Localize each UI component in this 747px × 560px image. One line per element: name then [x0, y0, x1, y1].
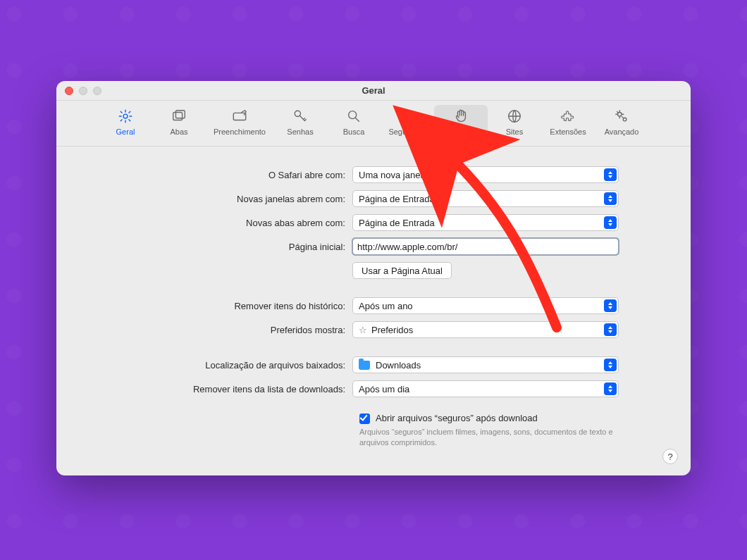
- tab-label: Sites: [506, 127, 523, 136]
- svg-point-5: [349, 111, 357, 119]
- tab-label: Extensões: [550, 127, 586, 136]
- tab-label: Busca: [343, 127, 365, 136]
- label-download-location: Localização de arquivos baixados:: [85, 360, 352, 371]
- select-value: Preferidos: [371, 325, 413, 335]
- checkbox-open-safe-files[interactable]: [359, 413, 370, 424]
- label-new-windows: Novas janelas abrem com:: [85, 194, 352, 204]
- select-value: Downloads: [376, 360, 421, 371]
- gears-icon: [612, 108, 631, 125]
- preferences-toolbar: Geral Abas Preenchimento Senhas Busca: [56, 101, 691, 147]
- select-value: Página de Entrada: [359, 194, 435, 204]
- svg-rect-6: [403, 115, 412, 121]
- label-open-safe-files: Abrir arquivos “seguros” após download: [376, 413, 538, 423]
- lock-icon: [397, 108, 417, 125]
- svg-rect-2: [175, 111, 185, 118]
- tab-abas[interactable]: Abas: [152, 105, 206, 140]
- tab-label: Privacidade: [440, 127, 481, 136]
- chevrons-icon: [604, 382, 617, 395]
- label-remove-downloads: Remover itens da lista de downloads:: [85, 384, 352, 394]
- key-icon: [290, 108, 310, 125]
- tab-label: Abas: [170, 127, 187, 136]
- tab-label: Preenchimento: [214, 127, 266, 136]
- tab-geral[interactable]: Geral: [99, 105, 152, 140]
- label-new-tabs: Novas abas abrem com:: [85, 218, 352, 228]
- tab-label: Geral: [116, 127, 135, 136]
- select-value: Após um ano: [359, 301, 413, 311]
- puzzle-icon: [558, 108, 578, 125]
- svg-rect-1: [173, 113, 183, 120]
- use-current-page-button[interactable]: Usar a Página Atual: [352, 262, 452, 279]
- svg-point-0: [123, 114, 128, 118]
- chevrons-icon: [604, 216, 617, 229]
- window-title: Geral: [56, 85, 691, 96]
- input-homepage[interactable]: [352, 238, 619, 255]
- search-icon: [344, 108, 364, 125]
- folder-icon: [359, 361, 370, 370]
- titlebar: Geral: [56, 81, 691, 101]
- svg-point-9: [623, 118, 626, 121]
- chevrons-icon: [604, 299, 617, 312]
- tabs-icon: [169, 108, 189, 125]
- hint-safe-files: Arquivos “seguros” incluem filmes, image…: [359, 427, 620, 448]
- chevrons-icon: [604, 359, 617, 371]
- svg-rect-3: [233, 113, 245, 120]
- help-button[interactable]: ?: [662, 449, 678, 464]
- label-remove-history: Remover itens do histórico:: [85, 301, 352, 311]
- select-safari-opens-with[interactable]: Uma nova janela: [352, 166, 619, 183]
- select-favorites-shows[interactable]: ☆ Preferidos: [352, 321, 619, 338]
- preferences-window: Geral Geral Abas Preenchimento Senhas: [56, 81, 691, 475]
- select-remove-history[interactable]: Após um ano: [352, 297, 619, 314]
- label-homepage: Página inicial:: [85, 242, 352, 252]
- preferences-pane: O Safari abre com: Uma nova janela Novas…: [56, 147, 691, 475]
- select-download-location[interactable]: Downloads: [352, 356, 619, 373]
- hand-icon: [451, 108, 471, 125]
- chevrons-icon: [604, 323, 617, 336]
- tab-avancado[interactable]: Avançado: [595, 105, 648, 140]
- select-value: Uma nova janela: [359, 170, 428, 180]
- chevrons-icon: [604, 168, 617, 181]
- tab-label: Avançado: [605, 127, 639, 136]
- label-safari-opens-with: O Safari abre com:: [85, 170, 352, 180]
- tab-senhas[interactable]: Senhas: [273, 105, 327, 140]
- tab-label: Segurança: [388, 127, 426, 136]
- tab-privacidade[interactable]: Privacidade: [434, 105, 488, 140]
- tab-preenchimento[interactable]: Preenchimento: [206, 105, 273, 140]
- label-favorites-shows: Preferidos mostra:: [85, 325, 352, 335]
- pen-icon: [230, 108, 249, 125]
- select-value: Página de Entrada: [359, 218, 435, 228]
- select-remove-downloads[interactable]: Após um dia: [352, 380, 619, 397]
- select-new-windows[interactable]: Página de Entrada: [352, 190, 619, 207]
- tab-seguranca[interactable]: Segurança: [381, 105, 434, 140]
- select-new-tabs[interactable]: Página de Entrada: [352, 214, 619, 231]
- star-icon: ☆: [359, 325, 367, 335]
- globe-icon: [505, 108, 524, 125]
- tab-label: Senhas: [287, 127, 313, 136]
- gear-icon: [116, 108, 135, 125]
- svg-point-8: [618, 113, 622, 117]
- tab-extensoes[interactable]: Extensões: [541, 105, 595, 140]
- tab-sites[interactable]: Sites: [488, 105, 541, 140]
- select-value: Após um dia: [359, 384, 409, 394]
- chevrons-icon: [604, 192, 617, 205]
- tab-busca[interactable]: Busca: [327, 105, 381, 140]
